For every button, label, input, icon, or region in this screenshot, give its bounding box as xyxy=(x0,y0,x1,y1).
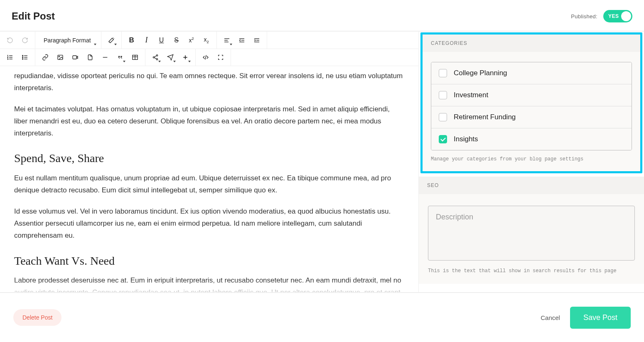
footer: Delete Post Cancel Save Post xyxy=(0,292,644,342)
editor-heading: Spend, Save, Share xyxy=(14,148,404,168)
categories-panel: CATEGORIES College Planning Investment R… xyxy=(420,32,642,173)
link-button[interactable] xyxy=(38,50,53,65)
page-title: Edit Post xyxy=(12,10,55,22)
category-item-investment[interactable]: Investment xyxy=(431,84,632,106)
strikethrough-button[interactable]: S xyxy=(169,33,184,48)
svg-point-19 xyxy=(59,56,59,57)
ordered-list-button[interactable] xyxy=(2,50,17,65)
image-button[interactable] xyxy=(53,50,68,65)
category-item-retirement-funding[interactable]: Retirement Funding xyxy=(431,106,632,128)
seo-heading: SEO xyxy=(419,177,644,194)
toggle-knob xyxy=(621,11,631,21)
undo-button[interactable] xyxy=(2,33,17,48)
published-toggle[interactable]: YES xyxy=(603,10,632,22)
main-area: Paragraph Format B I U S x2 x2 xyxy=(0,31,644,295)
paragraph-format-label: Paragraph Format xyxy=(44,37,91,44)
share-button[interactable] xyxy=(148,50,163,65)
checkbox-icon xyxy=(439,113,447,121)
checkbox-checked-icon xyxy=(439,135,447,143)
category-label: Insights xyxy=(454,135,478,143)
outdent-button[interactable] xyxy=(234,33,249,48)
unordered-list-button[interactable] xyxy=(17,50,32,65)
editor-column: Paragraph Format B I U S x2 x2 xyxy=(0,32,419,295)
categories-heading: CATEGORIES xyxy=(423,34,640,52)
hr-button[interactable] xyxy=(98,50,113,65)
toggle-yes-label: YES xyxy=(608,13,619,19)
seo-help-text: This is the text that will show in searc… xyxy=(428,267,635,275)
checkbox-icon xyxy=(439,69,447,77)
redo-button[interactable] xyxy=(17,33,32,48)
published-label: Published: xyxy=(571,13,597,20)
bold-button[interactable]: B xyxy=(124,33,139,48)
svg-rect-20 xyxy=(73,56,76,59)
checkbox-icon xyxy=(439,91,447,99)
editor-paragraph: Id esse volumus vel. Vel in vero laboram… xyxy=(14,206,404,242)
svg-line-30 xyxy=(154,58,156,59)
sidebar: CATEGORIES College Planning Investment R… xyxy=(419,32,644,295)
align-button[interactable] xyxy=(219,33,234,48)
file-button[interactable] xyxy=(83,50,98,65)
categories-help-text: Manage your categories from your blog pa… xyxy=(431,155,632,163)
table-button[interactable] xyxy=(128,50,143,65)
category-label: Retirement Funding xyxy=(454,113,516,121)
fullscreen-button[interactable] xyxy=(213,50,228,65)
video-button[interactable] xyxy=(68,50,83,65)
italic-button[interactable]: I xyxy=(139,33,154,48)
cancel-button[interactable]: Cancel xyxy=(541,314,560,321)
save-post-button[interactable]: Save Post xyxy=(570,307,631,329)
quote-button[interactable] xyxy=(113,50,128,65)
editor-body[interactable]: repudiandae, vidisse oporteat periculis … xyxy=(0,66,418,295)
delete-post-button[interactable]: Delete Post xyxy=(13,309,61,326)
seo-description-input[interactable] xyxy=(428,206,635,261)
publish-toggle-group: Published: YES xyxy=(571,10,632,22)
svg-point-15 xyxy=(22,55,23,56)
svg-point-16 xyxy=(22,57,23,58)
editor-paragraph: repudiandae, vidisse oporteat periculis … xyxy=(14,70,404,94)
magic-wand-button[interactable] xyxy=(104,33,119,48)
category-item-insights[interactable]: Insights xyxy=(431,128,632,150)
category-label: Investment xyxy=(454,91,488,99)
indent-button[interactable] xyxy=(249,33,264,48)
svg-line-33 xyxy=(205,55,206,60)
underline-button[interactable]: U xyxy=(154,33,169,48)
editor-heading: Teach Want Vs. Need xyxy=(14,251,404,271)
toolbar-row-2 xyxy=(0,49,418,66)
category-label: College Planning xyxy=(454,69,507,77)
svg-point-17 xyxy=(22,59,23,59)
insert-button[interactable] xyxy=(178,50,193,65)
code-view-button[interactable] xyxy=(198,50,213,65)
superscript-button[interactable]: x2 xyxy=(184,33,199,48)
toolbar-row-1: Paragraph Format B I U S x2 x2 xyxy=(0,32,418,49)
editor-paragraph: Eu est nullam mentitum qualisque, unum p… xyxy=(14,172,404,197)
svg-line-29 xyxy=(154,56,156,57)
seo-panel: SEO This is the text that will show in s… xyxy=(419,177,644,284)
paragraph-format-dropdown[interactable]: Paragraph Format xyxy=(38,33,98,48)
editor-toolbar: Paragraph Format B I U S x2 x2 xyxy=(0,32,418,66)
header: Edit Post Published: YES xyxy=(0,0,644,31)
send-button[interactable] xyxy=(163,50,178,65)
subscript-button[interactable]: x2 xyxy=(199,33,214,48)
categories-list: College Planning Investment Retirement F… xyxy=(431,62,632,150)
editor-paragraph: Mei et tacimates volutpat. Has ornatus v… xyxy=(14,103,404,140)
category-item-college-planning[interactable]: College Planning xyxy=(431,62,632,84)
